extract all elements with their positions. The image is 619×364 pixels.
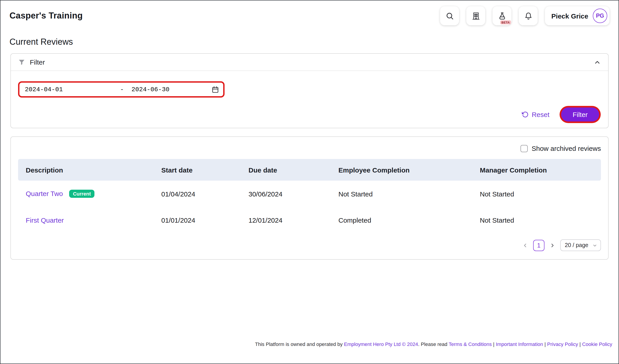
date-from-value[interactable]: 2024-04-01 [25, 86, 115, 93]
page-title: Current Reviews [10, 37, 619, 47]
filter-panel: Filter 2024-04-01 - 2024-06-30 [10, 53, 609, 128]
start-date-cell: 01/01/2024 [161, 216, 249, 224]
table-row: Quarter Two Current 01/04/2024 30/06/202… [18, 181, 601, 207]
next-page-button[interactable] [549, 241, 556, 249]
employee-completion-cell: Not Started [338, 190, 480, 198]
column-header-due-date: Due date [249, 166, 338, 174]
footer: This Platform is owned and operated by E… [0, 327, 619, 364]
footer-link-company[interactable]: Employment Hero Pty Ltd © 2024 [344, 341, 418, 347]
beta-badge: BETA [500, 20, 511, 24]
top-bar: Casper's Training [0, 0, 619, 25]
filter-panel-title: Filter [30, 58, 45, 66]
footer-separator: | [578, 341, 582, 347]
show-archived-checkbox[interactable] [520, 145, 528, 152]
column-header-employee-completion: Employee Completion [338, 166, 480, 174]
reset-icon [522, 111, 529, 118]
employee-completion-cell: Completed [338, 216, 480, 224]
footer-text-mid: . Please read [418, 341, 449, 347]
reviews-table: Description Start date Due date Employee… [18, 159, 601, 233]
footer-line-1: This Platform is owned and operated by E… [7, 341, 612, 348]
review-link-first-quarter[interactable]: First Quarter [26, 216, 64, 224]
footer-link-privacy-policy[interactable]: Privacy Policy [547, 341, 578, 347]
filter-panel-title-group: Filter [18, 58, 45, 66]
filter-panel-body: 2024-04-01 - 2024-06-30 Reset [11, 71, 608, 128]
calendar-icon[interactable] [211, 86, 219, 93]
bell-icon [524, 12, 533, 20]
review-link-quarter-two[interactable]: Quarter Two [26, 190, 63, 197]
reset-label: Reset [532, 111, 549, 118]
table-row: First Quarter 01/01/2024 12/01/2024 Comp… [18, 207, 601, 233]
due-date-cell: 12/01/2024 [249, 216, 338, 224]
topbar-actions: BETA Pieck Grice PG [440, 6, 609, 25]
filter-funnel-icon [18, 58, 25, 66]
manager-completion-cell: Not Started [480, 216, 601, 224]
current-page[interactable]: 1 [533, 240, 544, 251]
table-header-row: Description Start date Due date Employee… [18, 159, 601, 181]
current-badge: Current [69, 190, 94, 198]
description-cell: First Quarter [18, 216, 161, 224]
page-size-value: 20 / page [565, 242, 588, 248]
reviews-panel: Show archived reviews Description Start … [10, 136, 609, 260]
filter-actions: Reset Filter [18, 108, 601, 121]
footer-link-terms[interactable]: Terms & Conditions [449, 341, 492, 347]
notifications-button[interactable] [519, 6, 538, 25]
date-separator: - [115, 86, 129, 93]
user-name: Pieck Grice [551, 12, 588, 20]
search-icon [446, 12, 454, 20]
collapse-chevron-icon[interactable] [594, 58, 601, 66]
avatar: PG [593, 9, 607, 23]
footer-link-important-information[interactable]: Important Information [496, 341, 543, 347]
footer-text-prefix: This Platform is owned and operated by [255, 341, 344, 347]
manager-completion-cell: Not Started [480, 190, 601, 198]
footer-separator: | [492, 341, 496, 347]
filter-panel-header[interactable]: Filter [11, 54, 608, 71]
page-size-select[interactable]: 20 / page [560, 239, 601, 251]
date-to-value[interactable]: 2024-06-30 [131, 86, 169, 93]
page-title-app: Casper's Training [10, 11, 83, 21]
description-cell: Quarter Two Current [18, 190, 161, 198]
chevron-right-icon [549, 242, 555, 248]
start-date-cell: 01/04/2024 [161, 190, 249, 198]
pagination: 1 20 / page [11, 233, 608, 259]
column-header-start-date: Start date [161, 166, 249, 174]
show-archived-row: Show archived reviews [11, 137, 608, 159]
chevron-left-icon [522, 242, 528, 248]
user-menu[interactable]: Pieck Grice PG [545, 6, 609, 25]
app-window: Casper's Training [0, 0, 619, 364]
column-header-manager-completion: Manager Completion [480, 166, 601, 174]
building-icon [472, 12, 480, 20]
reset-button[interactable]: Reset [522, 111, 549, 118]
show-archived-label[interactable]: Show archived reviews [532, 145, 601, 152]
column-header-description: Description [18, 166, 161, 174]
search-button[interactable] [440, 6, 459, 25]
prev-page-button[interactable] [521, 241, 529, 249]
footer-link-cookie-policy[interactable]: Cookie Policy [582, 341, 612, 347]
footer-separator: | [543, 341, 547, 347]
filter-button[interactable]: Filter [561, 108, 599, 121]
labs-button[interactable]: BETA [493, 6, 512, 25]
organisation-button[interactable] [466, 6, 485, 25]
date-range-input[interactable]: 2024-04-01 - 2024-06-30 [18, 81, 225, 97]
flask-icon [498, 12, 506, 20]
chevron-down-icon [592, 243, 597, 248]
due-date-cell: 30/06/2024 [249, 190, 338, 198]
